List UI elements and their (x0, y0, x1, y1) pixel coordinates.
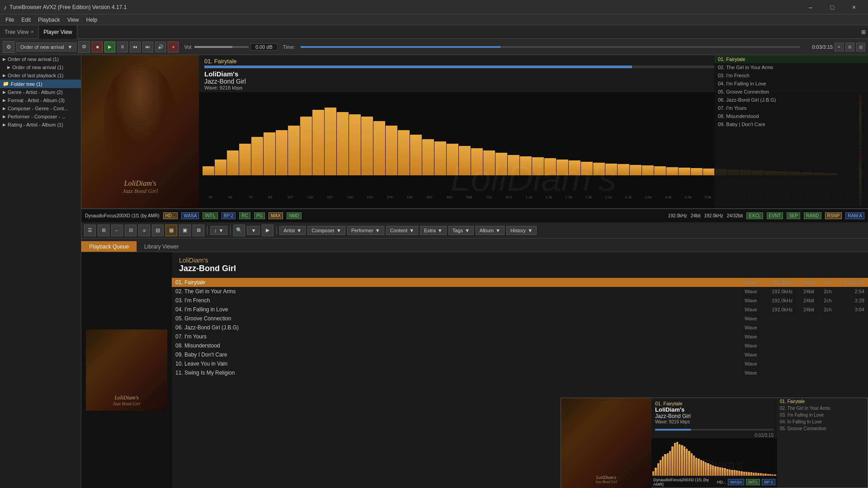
playlist-item-07[interactable]: 07. I'm Yours (714, 104, 868, 112)
search-button[interactable]: 🔍 (233, 225, 245, 236)
track-row-06[interactable]: 06. Jazz-Bond Girl (J.B.G) Wave (172, 323, 868, 332)
artist-dropdown[interactable]: Artist ▼ (279, 226, 306, 235)
freq-4k5: 4.5k (678, 195, 698, 199)
track-row-01[interactable]: 01. Fairytale Wave 192.0kHz 24bit 2ch 0:… (172, 278, 868, 287)
settings-button[interactable]: ⚙ (3, 41, 14, 53)
close-button[interactable]: × (844, 0, 864, 14)
track-row-07[interactable]: 07. I'm Yours Wave (172, 332, 868, 341)
filter-dropdown[interactable]: ▼ (247, 226, 260, 235)
sidebar-item-rating[interactable]: ▶ Rating - Artist - Album (1) (0, 121, 81, 129)
maximize-button[interactable]: □ (822, 0, 843, 14)
mini-spec-bar-24 (710, 465, 712, 476)
eq-button-1[interactable]: ≡ (835, 42, 844, 52)
sidebar-item-performer[interactable]: ▶ Performer - Composer - ... (0, 113, 81, 121)
track-row-05[interactable]: 05. Groove Connection Wave (172, 314, 868, 323)
mini-plist-03[interactable]: 03. I'm Falling in Love (777, 412, 868, 418)
mini-plist-05[interactable]: 05. Groove Connection (777, 425, 868, 432)
playlist-item-04[interactable]: 04. I'm Falling in Love (714, 80, 868, 88)
tab-player-view[interactable]: Player View (39, 25, 77, 39)
next-button[interactable]: ⏭ (142, 42, 153, 52)
library-content: LoliDiam's Jazz Bond Girl LoliDiam's Jaz… (81, 252, 868, 488)
track-row-02[interactable]: 02. The Girl in Your Arms Wave 192.0kHz … (172, 287, 868, 296)
tab-library-viewer[interactable]: Library Viewer (137, 241, 186, 252)
sidebar-arrow-0: ▶ (3, 57, 6, 61)
playlist-item-03[interactable]: 03. I'm French (714, 71, 868, 80)
track-row-04[interactable]: 04. I'm Falling in Love Wave 192.0kHz 24… (172, 305, 868, 314)
sidebar-label-1: Order of new arrival (1) (12, 65, 63, 70)
sort-order-dropdown[interactable]: ↕ ▼ (210, 226, 227, 235)
spec-bar-6 (276, 130, 288, 175)
track-row-08[interactable]: 08. Misunderstood Wave (172, 341, 868, 350)
toolbar-btn-menu[interactable]: ☰ (84, 225, 96, 236)
pg-badge: PG (254, 212, 265, 219)
composer-dropdown[interactable]: Composer ▼ (307, 226, 345, 235)
track-02-hz: 192.0kHz (772, 289, 803, 294)
minimize-button[interactable]: – (800, 0, 821, 14)
toolbar-btn-view4[interactable]: ⊠ (193, 225, 204, 236)
tags-dropdown[interactable]: Tags ▼ (448, 226, 474, 235)
sidebar-item-format[interactable]: ▶ Format - Artist - Album (3) (0, 96, 81, 104)
history-dropdown[interactable]: History ▼ (506, 226, 537, 235)
freq-493: 493 (439, 195, 459, 199)
menu-playback[interactable]: Playback (34, 16, 64, 24)
toolbar-btn-grid[interactable]: ⊞ (98, 225, 109, 236)
track-row-09[interactable]: 09. Baby I Don't Care Wave (172, 350, 868, 359)
toolbar-btn-view2[interactable]: ▦ (165, 225, 177, 236)
track-row-03[interactable]: 03. I'm French Wave 192.0kHz 24bit 2ch 3… (172, 296, 868, 305)
sidebar-item-genre[interactable]: ▶ Genre - Artist - Album (2) (0, 88, 81, 96)
track-row-10[interactable]: 10. Leave You in Vain Wave (172, 359, 868, 368)
sidebar-item-folder[interactable]: 📁 Folder tree (1) (0, 80, 81, 88)
track-row-11[interactable]: 11. Swing Is My Religion Wave (172, 368, 868, 377)
stop-button[interactable]: ■ (92, 42, 103, 52)
library-art-box: LoliDiam's Jazz Bond Girl (86, 329, 167, 411)
tab-expand-btn[interactable]: ⊞ (859, 29, 868, 35)
menu-view[interactable]: View (64, 16, 83, 24)
toolbar-btn-list[interactable]: ≡ (138, 225, 150, 236)
extra-dropdown[interactable]: Extra ▼ (420, 226, 447, 235)
volume-slider[interactable] (194, 46, 249, 48)
mini-plist-02[interactable]: 02. The Girl In Your Arms (777, 405, 868, 412)
tab-playback-queue[interactable]: Playback Queue (81, 241, 137, 252)
toolbar-btn-view3[interactable]: ▣ (179, 225, 191, 236)
sort-config-button[interactable]: ⚙ (78, 41, 90, 53)
menu-file[interactable]: File (2, 16, 18, 24)
playlist-item-09[interactable]: 09. Baby | Don't Care (714, 120, 868, 128)
playlist-item-05[interactable]: 05. Groove Connection (714, 88, 868, 96)
play-button[interactable]: ▶ (104, 42, 115, 52)
playlist-item-01[interactable]: 01. Fairytale (714, 55, 868, 63)
mini-plist-04[interactable]: 04. In Falling In Love (777, 418, 868, 425)
eq-button-2[interactable]: ⊞ (845, 42, 854, 52)
sidebar-item-2[interactable]: ▶ Order of last playback (1) (0, 71, 81, 80)
prev-button[interactable]: ⏮ (130, 42, 141, 52)
mini-spec-bar-17 (693, 455, 695, 476)
sidebar-item-1[interactable]: ▶ Order of new arrival (1) (0, 63, 81, 71)
menu-edit[interactable]: Edit (18, 16, 34, 24)
toolbar-btn-3col[interactable]: ⊟ (125, 225, 137, 236)
playlist-item-02[interactable]: 02. The Girl in Your Arms (714, 63, 868, 71)
menu-help[interactable]: Help (83, 16, 101, 24)
mute-button[interactable]: 🔊 (155, 42, 166, 52)
playlist-item-06[interactable]: 06. Jazz-Bond Girl (J.B.G) (714, 96, 868, 104)
sidebar-item-0[interactable]: ▶ Order of new arrival (1) (0, 55, 81, 63)
mini-hd: HD... (717, 480, 726, 484)
playlist-item-08[interactable]: 08. Misunderstood (714, 112, 868, 120)
performer-dropdown[interactable]: Performer ▼ (347, 226, 384, 235)
pause-button[interactable]: ⏸ (117, 42, 128, 52)
album-dropdown[interactable]: Album ▼ (476, 226, 505, 235)
content-dropdown[interactable]: Content ▼ (386, 226, 418, 235)
toolbar-btn-view1[interactable]: ▤ (152, 225, 164, 236)
tab-tree-close[interactable]: ✕ (30, 29, 34, 34)
mini-progress-bar[interactable] (655, 429, 774, 431)
mini-spec-bar-22 (705, 462, 707, 476)
eq-button-3[interactable]: ▤ (856, 42, 865, 52)
play-toolbar-btn[interactable]: ▶ (262, 225, 274, 236)
spec-bar-15 (386, 126, 397, 175)
sidebar-item-composer[interactable]: ▶ Composer - Genre - Cont... (0, 104, 81, 113)
time-slider[interactable] (301, 46, 800, 48)
sort-dropdown[interactable]: Order of new arrival ▼ (16, 42, 76, 52)
mini-plist-01[interactable]: 01. Fairytale (777, 398, 868, 405)
track-04-format: Wave (745, 307, 772, 312)
record-button[interactable]: ● (168, 42, 179, 52)
toolbar-btn-back[interactable]: ← (111, 225, 123, 236)
tab-tree-view[interactable]: Tree View ✕ (0, 25, 39, 39)
